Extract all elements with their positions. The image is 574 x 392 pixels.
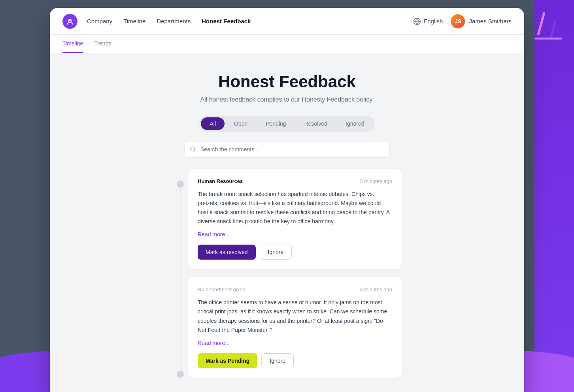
card-1-header: Human Resources 3 minutes ago (198, 178, 392, 184)
search-input[interactable] (184, 141, 390, 158)
company-logo[interactable] (62, 14, 77, 29)
timeline-dot-1 (177, 181, 184, 188)
nav-honest-feedback[interactable]: Honest Feedback (202, 18, 251, 24)
svg-point-2 (71, 20, 72, 21)
language-label: English (423, 18, 443, 24)
navbar-right: English JS James Smithers (413, 14, 512, 28)
mark-as-resolved-button[interactable]: Mark as resolved (198, 245, 256, 260)
filter-open[interactable]: Open (225, 117, 256, 130)
svg-point-5 (191, 147, 195, 151)
card-2-body: The office printer seems to have a sense… (198, 298, 392, 334)
timeline-dots (172, 181, 188, 378)
card-1-read-more[interactable]: Read more... (198, 231, 230, 237)
globe-icon (413, 17, 421, 25)
page-subtitle: All honest feedback complies to our Hone… (200, 96, 374, 103)
card-2-read-more[interactable]: Read more... (198, 340, 230, 346)
filter-pending[interactable]: Pending (257, 117, 295, 130)
tab-trends[interactable]: Trends (94, 35, 111, 53)
filter-resolved[interactable]: Resolved (296, 117, 336, 130)
svg-line-6 (194, 151, 195, 152)
card-1-actions: Mark as resolved Ignore (198, 245, 392, 260)
svg-point-1 (68, 20, 69, 21)
app-window: Company Timeline Departments Honest Feed… (50, 8, 524, 392)
mark-as-pending-button[interactable]: Mark as Pending (198, 353, 257, 368)
nav-departments[interactable]: Departments (157, 18, 191, 24)
nav-links: Company Timeline Departments Honest Feed… (87, 18, 413, 24)
ignore-button-2[interactable]: Ignore (261, 353, 294, 368)
decoration-line (534, 38, 562, 40)
card-2-department: No department given (198, 286, 245, 292)
nav-timeline[interactable]: Timeline (123, 18, 145, 24)
user-avatar: JS (451, 14, 465, 28)
filter-ignored[interactable]: Ignored (337, 117, 373, 130)
main-content: Honest Feedback All honest feedback comp… (50, 53, 524, 392)
timeline-area: Human Resources 3 minutes ago The break … (172, 169, 402, 378)
svg-point-0 (68, 19, 72, 22)
search-container (184, 141, 390, 158)
decoration-slash-2 (549, 20, 557, 40)
card-2-time: 3 minutes ago (360, 286, 392, 292)
search-icon (190, 146, 196, 153)
feedback-card-2: No department given 3 minutes ago The of… (188, 277, 402, 377)
tab-timeline[interactable]: Timeline (62, 35, 83, 53)
card-2-header: No department given 3 minutes ago (198, 286, 392, 292)
timeline-line-segment (180, 188, 181, 371)
user-menu[interactable]: JS James Smithers (451, 14, 512, 28)
filter-tabs: All Open Pending Resolved Ignored (199, 116, 374, 132)
decoration-slash-1 (537, 12, 545, 36)
ignore-button-1[interactable]: Ignore (260, 245, 292, 260)
card-1-time: 3 minutes ago (360, 178, 392, 184)
nav-company[interactable]: Company (87, 18, 112, 24)
navbar: Company Timeline Departments Honest Feed… (50, 8, 524, 35)
feedback-card-1: Human Resources 3 minutes ago The break … (188, 169, 402, 269)
language-selector[interactable]: English (413, 17, 443, 25)
card-2-actions: Mark as Pending Ignore (198, 353, 392, 368)
user-name-label: James Smithers (469, 18, 512, 24)
page-title: Honest Feedback (218, 72, 356, 91)
feedback-cards: Human Resources 3 minutes ago The break … (188, 169, 402, 378)
card-1-body: The break room snack selection has spark… (198, 190, 392, 226)
filter-all[interactable]: All (201, 117, 225, 130)
timeline-dot-2 (177, 371, 184, 378)
card-1-department: Human Resources (198, 178, 243, 184)
sub-navigation: Timeline Trends (50, 35, 524, 53)
right-panel-bg (534, 0, 574, 392)
